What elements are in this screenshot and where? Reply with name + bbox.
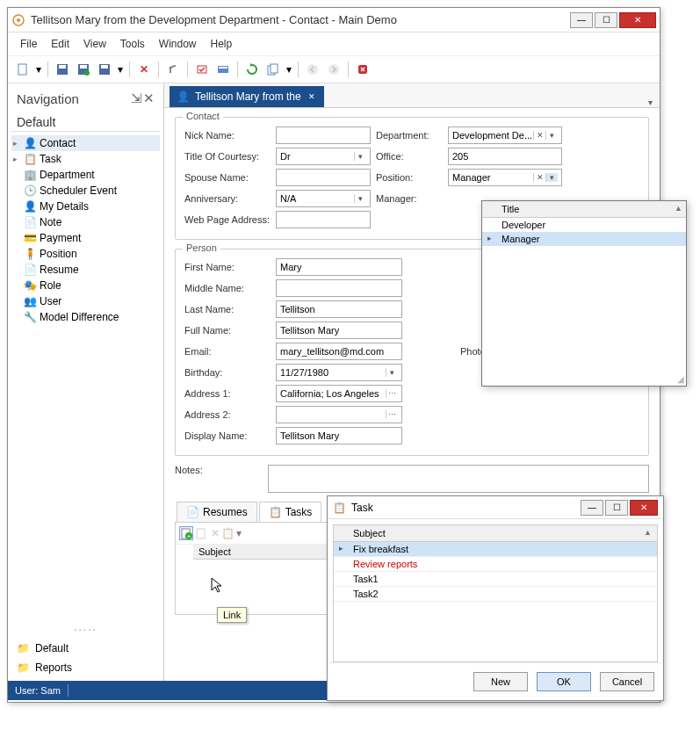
task-row[interactable]: Review reports (334, 557, 657, 572)
clone-button[interactable] (263, 60, 283, 79)
nav-item-task[interactable]: ▸📋Task (11, 151, 160, 167)
addr2-combo[interactable]: ⋯ (276, 406, 402, 423)
lastname-input[interactable] (276, 300, 402, 318)
tab-contact-record[interactable]: 👤 Tellitson Mary from the ✕ (170, 86, 324, 107)
refresh-button[interactable] (242, 60, 262, 79)
menu-edit[interactable]: Edit (46, 36, 75, 52)
subtab-tasks[interactable]: 📋Tasks (259, 502, 322, 522)
delete-link-button[interactable]: ✕ (211, 527, 220, 539)
pin-icon[interactable]: ⇲ (130, 90, 142, 106)
chevron-down-icon[interactable]: ▾ (354, 152, 366, 161)
nav-label: Position (40, 248, 77, 260)
dropdown-item-developer[interactable]: Developer (482, 218, 686, 232)
office-input[interactable] (448, 148, 562, 165)
nav-item-position[interactable]: 🧍Position (11, 246, 160, 262)
prev-record-button[interactable] (303, 60, 322, 79)
chevron-down-icon[interactable]: ▾ (386, 368, 398, 377)
displayname-input[interactable] (276, 427, 402, 445)
subtab-label: Resumes (203, 506, 248, 518)
anniversary-combo[interactable]: N/A▾ (276, 190, 371, 207)
nav-item-mydetails[interactable]: 👤My Details (11, 199, 160, 214)
maximize-button[interactable]: ☐ (595, 12, 617, 28)
nav-item-role[interactable]: 🎭Role (11, 278, 160, 293)
notes-input[interactable] (268, 465, 649, 493)
task-grid-header[interactable]: Subject▲ (334, 525, 657, 542)
new-button[interactable] (13, 60, 32, 79)
menu-window[interactable]: Window (154, 36, 202, 52)
task-close-button[interactable]: ✕ (630, 500, 658, 516)
menu-file[interactable]: File (15, 36, 42, 52)
task-row[interactable]: Task1 (334, 572, 657, 587)
nav-item-modeldiff[interactable]: 🔧Model Difference (11, 309, 160, 325)
delete-button[interactable]: ✕ (134, 60, 154, 79)
close-button[interactable]: ✕ (619, 12, 656, 28)
save-button[interactable] (53, 60, 72, 79)
undo-button[interactable] (163, 60, 183, 79)
clear-icon[interactable]: ✕ (533, 131, 545, 140)
nav-folder-reports[interactable]: 📁Reports (11, 658, 160, 677)
nav-tree: ▸👤Contact ▸📋Task 🏢Department 🕒Scheduler … (11, 135, 160, 325)
nav-close-icon[interactable]: ✕ (142, 90, 155, 106)
ellipsis-icon[interactable]: ⋯ (386, 410, 398, 419)
menu-tools[interactable]: Tools (115, 36, 150, 52)
tab-close-icon[interactable]: ✕ (307, 92, 317, 101)
chevron-down-icon[interactable]: ▾ (354, 194, 366, 203)
ellipsis-icon[interactable]: ⋯ (386, 389, 398, 398)
assign-dropdown-icon[interactable]: ▾ (236, 527, 245, 539)
chevron-down-icon[interactable]: ▾ (545, 173, 558, 182)
menu-view[interactable]: View (78, 36, 112, 52)
menu-help[interactable]: Help (206, 36, 238, 52)
birthday-combo[interactable]: 11/27/1980▾ (276, 364, 402, 381)
new-task-button[interactable]: New (473, 672, 528, 691)
clone-dropdown-icon[interactable]: ▾ (285, 60, 293, 79)
clear-icon[interactable]: ✕ (533, 173, 545, 182)
minimize-button[interactable]: — (570, 12, 593, 28)
nav-item-user[interactable]: 👥User (11, 293, 160, 309)
task-lookup-window: 📋 Task — ☐ ✕ Subject▲ Fix breakfast Revi… (327, 495, 664, 701)
email-input[interactable] (276, 343, 402, 360)
link-button[interactable]: + (179, 526, 193, 540)
new-dropdown-icon[interactable]: ▾ (34, 60, 43, 79)
resize-grip-icon[interactable]: ◢ (677, 374, 684, 384)
dropdown-header-label: Title (502, 204, 519, 214)
fullname-input[interactable] (276, 322, 402, 339)
position-combo[interactable]: Manager✕▾ (448, 169, 562, 186)
cancel-button[interactable]: Cancel (600, 672, 654, 691)
addr1-combo[interactable]: California; Los Angeles⋯ (276, 385, 402, 402)
firstname-input[interactable] (276, 258, 402, 276)
spouse-input[interactable] (276, 169, 371, 186)
save-and-close-button[interactable] (74, 60, 93, 79)
reset-view-button[interactable] (213, 60, 233, 79)
nav-item-resume[interactable]: 📄Resume (11, 262, 160, 278)
subtab-resumes[interactable]: 📄Resumes (177, 502, 257, 522)
nav-item-scheduler[interactable]: 🕒Scheduler Event (11, 183, 160, 199)
dropdown-header[interactable]: Title (482, 201, 686, 218)
webpage-input[interactable] (276, 211, 371, 228)
nav-item-payment[interactable]: 💳Payment (11, 230, 160, 246)
task-maximize-button[interactable]: ☐ (605, 500, 628, 516)
middlename-input[interactable] (276, 279, 402, 297)
unlink-button[interactable] (195, 527, 207, 539)
sort-asc-icon[interactable]: ▲ (644, 528, 652, 537)
dropdown-item-manager[interactable]: Manager (482, 232, 686, 246)
assign-button[interactable]: 📋 (221, 527, 235, 539)
sort-asc-icon[interactable]: ▲ (675, 204, 682, 213)
save-dropdown-icon[interactable]: ▾ (116, 60, 125, 79)
task-row[interactable]: Fix breakfast (334, 542, 657, 557)
next-record-button[interactable] (324, 60, 343, 79)
tab-overflow-icon[interactable]: ▾ (648, 98, 653, 107)
nav-folder-default[interactable]: 📁Default (11, 639, 160, 658)
ok-button[interactable]: OK (537, 672, 591, 691)
validate-button[interactable] (192, 60, 212, 79)
chevron-down-icon[interactable]: ▾ (545, 131, 558, 140)
close-record-button[interactable] (353, 60, 372, 79)
titlecourtesy-combo[interactable]: Dr▾ (276, 148, 371, 165)
save-and-new-button[interactable] (95, 60, 114, 79)
nav-item-contact[interactable]: ▸👤Contact (11, 135, 160, 151)
task-row[interactable]: Task2 (334, 587, 657, 602)
nickname-input[interactable] (276, 126, 371, 144)
nav-item-department[interactable]: 🏢Department (11, 167, 160, 183)
department-combo[interactable]: Development De...✕▾ (448, 126, 562, 144)
task-minimize-button[interactable]: — (581, 500, 603, 516)
nav-item-note[interactable]: 📄Note (11, 214, 160, 230)
